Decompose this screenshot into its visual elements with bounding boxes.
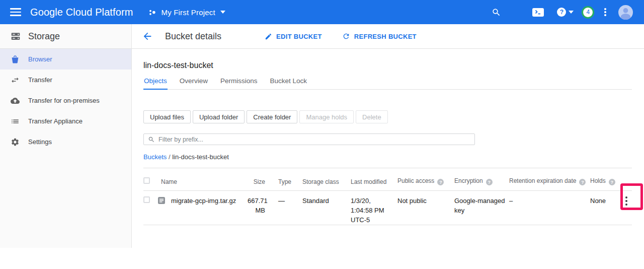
column-name: Name (157, 178, 248, 190)
refresh-bucket-label: REFRESH BUCKET (354, 33, 417, 40)
filter-input[interactable] (158, 136, 470, 143)
cell-holds: None (590, 191, 620, 225)
sidebar-title: Storage (28, 31, 60, 42)
sidebar-item-settings[interactable]: Settings (0, 131, 131, 152)
object-toolbar: Upload files Upload folder Create folder… (143, 110, 632, 123)
cell-encryption: Google-managed key (454, 191, 509, 225)
chevron-down-icon (569, 11, 574, 14)
cloud-shell-icon[interactable] (532, 8, 544, 17)
tab-bucket-lock[interactable]: Bucket Lock (270, 77, 308, 90)
cell-storage-class: Standard (302, 191, 351, 225)
cell-last-modified: 1/3/20, 1:04:58 PM UTC-5 (351, 191, 397, 225)
help-icon[interactable]: ? (437, 179, 444, 185)
sidebar-header: Storage (0, 24, 131, 49)
column-last-modified: Last modified (351, 178, 397, 190)
breadcrumb: Buckets / lin-docs-test-bucket (143, 153, 632, 161)
upload-folder-button[interactable]: Upload folder (193, 110, 245, 123)
column-holds: Holds? (590, 177, 620, 191)
project-selector[interactable]: My First Project (149, 8, 225, 17)
sidebar-item-transfer-appliance[interactable]: Transfer Appliance (0, 111, 131, 131)
sidebar-item-label: Browser (28, 55, 52, 63)
delete-button: Delete (356, 110, 388, 123)
table-header: Name Size Type Storage class Last modifi… (143, 168, 632, 191)
select-all-checkbox[interactable] (143, 177, 150, 184)
notifications-badge[interactable]: 4 (582, 6, 594, 19)
sidebar-item-label: Transfer for on-premises (28, 97, 100, 104)
help-icon[interactable]: ? (609, 179, 615, 185)
pencil-icon (265, 33, 272, 40)
overflow-menu-icon[interactable] (604, 8, 606, 16)
page-header: Bucket details EDIT BUCKET REFRESH BUCKE… (132, 24, 644, 49)
tab-objects[interactable]: Objects (143, 77, 168, 90)
chevron-down-icon (220, 11, 225, 14)
hamburger-menu-icon[interactable] (10, 6, 22, 18)
sidebar-item-label: Transfer (28, 76, 52, 84)
file-icon (157, 196, 166, 205)
help-menu[interactable]: ? (557, 8, 574, 17)
project-name: My First Project (161, 8, 215, 17)
cell-type: — (278, 191, 302, 225)
column-encryption: Encryption? (454, 177, 509, 191)
breadcrumb-buckets-link[interactable]: Buckets (143, 153, 167, 161)
manage-holds-button: Manage holds (299, 110, 354, 123)
app-bar: Google Cloud Platform My First Project ?… (0, 0, 644, 24)
transfer-appliance-icon (11, 117, 20, 126)
sidebar-item-browser[interactable]: Browser (0, 49, 131, 70)
sidebar-item-transfer[interactable]: Transfer (0, 70, 131, 90)
storage-icon (10, 31, 21, 42)
column-size: Size (248, 178, 278, 190)
project-icon (149, 9, 156, 16)
column-public-access: Public access? (397, 177, 454, 191)
swap-arrows-icon (11, 76, 20, 85)
row-menu-button[interactable] (623, 195, 629, 225)
filter-field (143, 133, 475, 145)
tab-permissions[interactable]: Permissions (220, 77, 258, 90)
column-storage-class: Storage class (302, 178, 351, 190)
column-type: Type (278, 178, 302, 190)
search-icon[interactable] (492, 8, 501, 17)
bucket-name: lin-docs-test-bucket (143, 61, 632, 70)
sidebar-item-label: Transfer Appliance (28, 117, 83, 125)
sidebar-item-label: Settings (28, 138, 52, 146)
breadcrumb-current: lin-docs-test-bucket (172, 153, 229, 161)
gcp-logo-text[interactable]: Google Cloud Platform (30, 7, 133, 18)
object-name-link[interactable]: migrate-gcp-img.tar.gz (171, 196, 236, 206)
tab-overview[interactable]: Overview (179, 77, 208, 90)
search-icon (148, 136, 155, 143)
tab-bar: Objects Overview Permissions Bucket Lock (143, 77, 632, 90)
sidebar-item-transfer-on-premises[interactable]: Transfer for on-premises (0, 90, 131, 111)
cell-public-access: Not public (397, 191, 454, 225)
gear-icon (11, 138, 20, 147)
arrow-back-icon (142, 31, 153, 42)
table-row: migrate-gcp-img.tar.gz 667.71 MB — Stand… (143, 191, 632, 225)
main-content: Bucket details EDIT BUCKET REFRESH BUCKE… (132, 24, 644, 248)
gcp-console-page: Google Cloud Platform My First Project ?… (0, 0, 644, 269)
column-spacer (620, 185, 632, 190)
sidebar-nav: Browser Transfer Transfer for on-premise… (0, 49, 131, 152)
back-button[interactable] (142, 30, 154, 42)
upload-files-button[interactable]: Upload files (143, 110, 191, 123)
breadcrumb-separator: / (169, 153, 171, 161)
page-title: Bucket details (165, 31, 221, 42)
refresh-icon (342, 32, 350, 40)
create-folder-button[interactable]: Create folder (247, 110, 297, 123)
cell-size: 667.71 MB (248, 191, 278, 225)
help-icon[interactable]: ? (486, 179, 493, 185)
avatar[interactable] (618, 5, 633, 20)
edit-bucket-button[interactable]: EDIT BUCKET (265, 33, 322, 40)
cell-retention: – (509, 191, 590, 225)
refresh-bucket-button[interactable]: REFRESH BUCKET (342, 32, 417, 40)
row-checkbox[interactable] (143, 196, 150, 203)
edit-bucket-label: EDIT BUCKET (276, 33, 322, 40)
sidebar: Storage Browser Transfer Transfer for on… (0, 24, 132, 248)
help-icon[interactable]: ? (579, 179, 586, 185)
cloud-upload-icon (11, 96, 20, 105)
column-retention: Retention expiration date? (509, 177, 590, 191)
bucket-icon (11, 55, 20, 64)
help-icon: ? (557, 8, 566, 17)
